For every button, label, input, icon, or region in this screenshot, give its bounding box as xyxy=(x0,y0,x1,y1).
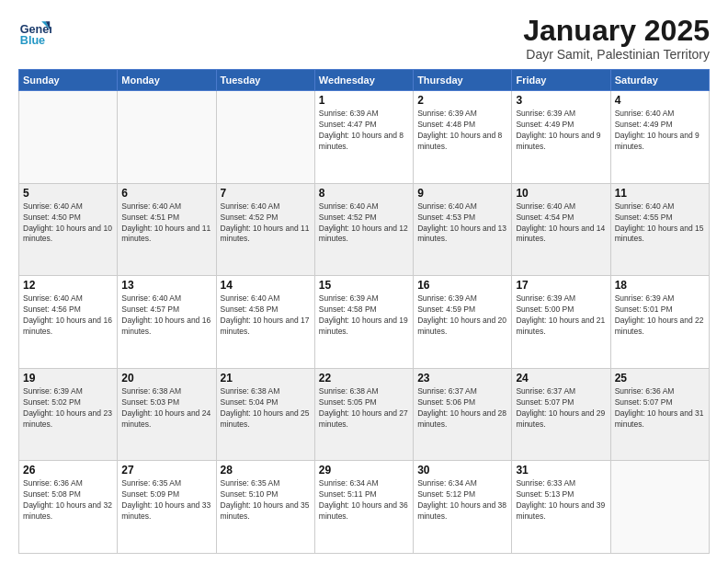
table-row: 18Sunrise: 6:39 AM Sunset: 5:01 PM Dayli… xyxy=(610,276,709,369)
day-number: 8 xyxy=(319,187,409,200)
table-row: 7Sunrise: 6:40 AM Sunset: 4:52 PM Daylig… xyxy=(216,183,314,276)
table-row: 15Sunrise: 6:39 AM Sunset: 4:58 PM Dayli… xyxy=(314,276,413,369)
table-row: 10Sunrise: 6:40 AM Sunset: 4:54 PM Dayli… xyxy=(512,183,610,276)
day-number: 17 xyxy=(516,279,606,292)
day-info: Sunrise: 6:39 AM Sunset: 5:00 PM Dayligh… xyxy=(516,293,606,338)
weekday-header-row: Sunday Monday Tuesday Wednesday Thursday… xyxy=(19,70,710,91)
calendar-week-row: 12Sunrise: 6:40 AM Sunset: 4:56 PM Dayli… xyxy=(19,276,710,369)
day-number: 20 xyxy=(121,372,211,385)
day-info: Sunrise: 6:38 AM Sunset: 5:05 PM Dayligh… xyxy=(319,386,409,431)
calendar-week-row: 1Sunrise: 6:39 AM Sunset: 4:47 PM Daylig… xyxy=(19,91,710,184)
day-info: Sunrise: 6:37 AM Sunset: 5:07 PM Dayligh… xyxy=(516,386,606,431)
table-row: 12Sunrise: 6:40 AM Sunset: 4:56 PM Dayli… xyxy=(19,276,118,369)
day-info: Sunrise: 6:40 AM Sunset: 4:58 PM Dayligh… xyxy=(221,293,311,338)
table-row: 8Sunrise: 6:40 AM Sunset: 4:52 PM Daylig… xyxy=(314,183,413,276)
header-sunday: Sunday xyxy=(19,70,118,91)
table-row: 19Sunrise: 6:39 AM Sunset: 5:02 PM Dayli… xyxy=(19,368,118,461)
day-info: Sunrise: 6:38 AM Sunset: 5:03 PM Dayligh… xyxy=(121,386,211,431)
table-row: 26Sunrise: 6:36 AM Sunset: 5:08 PM Dayli… xyxy=(19,461,118,554)
header: General Blue January 2025 Dayr Samit, Pa… xyxy=(18,15,710,62)
table-row: 22Sunrise: 6:38 AM Sunset: 5:05 PM Dayli… xyxy=(314,368,413,461)
table-row xyxy=(118,91,216,184)
table-row: 4Sunrise: 6:40 AM Sunset: 4:49 PM Daylig… xyxy=(610,91,709,184)
logo-icon: General Blue xyxy=(18,15,51,48)
table-row: 5Sunrise: 6:40 AM Sunset: 4:50 PM Daylig… xyxy=(19,183,118,276)
day-info: Sunrise: 6:36 AM Sunset: 5:07 PM Dayligh… xyxy=(615,386,705,431)
table-row: 3Sunrise: 6:39 AM Sunset: 4:49 PM Daylig… xyxy=(512,91,610,184)
calendar-table: Sunday Monday Tuesday Wednesday Thursday… xyxy=(18,69,710,554)
table-row: 20Sunrise: 6:38 AM Sunset: 5:03 PM Dayli… xyxy=(118,368,216,461)
day-info: Sunrise: 6:39 AM Sunset: 4:48 PM Dayligh… xyxy=(417,109,507,153)
page: General Blue January 2025 Dayr Samit, Pa… xyxy=(0,0,728,563)
day-info: Sunrise: 6:40 AM Sunset: 4:51 PM Dayligh… xyxy=(121,201,211,246)
day-number: 25 xyxy=(615,372,705,385)
day-number: 5 xyxy=(23,187,113,200)
table-row: 31Sunrise: 6:33 AM Sunset: 5:13 PM Dayli… xyxy=(512,461,610,554)
header-thursday: Thursday xyxy=(414,70,512,91)
table-row xyxy=(19,91,118,184)
day-number: 22 xyxy=(319,372,409,385)
day-info: Sunrise: 6:40 AM Sunset: 4:56 PM Dayligh… xyxy=(23,293,113,338)
day-number: 10 xyxy=(516,187,606,200)
table-row: 29Sunrise: 6:34 AM Sunset: 5:11 PM Dayli… xyxy=(314,461,413,554)
table-row: 23Sunrise: 6:37 AM Sunset: 5:06 PM Dayli… xyxy=(414,368,512,461)
table-row xyxy=(216,91,314,184)
table-row: 2Sunrise: 6:39 AM Sunset: 4:48 PM Daylig… xyxy=(414,91,512,184)
table-row: 6Sunrise: 6:40 AM Sunset: 4:51 PM Daylig… xyxy=(118,183,216,276)
day-number: 4 xyxy=(615,94,705,107)
day-info: Sunrise: 6:40 AM Sunset: 4:57 PM Dayligh… xyxy=(121,293,211,338)
day-number: 12 xyxy=(23,279,113,292)
day-number: 16 xyxy=(417,279,507,292)
calendar-week-row: 5Sunrise: 6:40 AM Sunset: 4:50 PM Daylig… xyxy=(19,183,710,276)
table-row: 30Sunrise: 6:34 AM Sunset: 5:12 PM Dayli… xyxy=(414,461,512,554)
day-number: 1 xyxy=(319,94,409,107)
day-info: Sunrise: 6:35 AM Sunset: 5:09 PM Dayligh… xyxy=(121,478,211,523)
day-info: Sunrise: 6:40 AM Sunset: 4:53 PM Dayligh… xyxy=(417,201,507,246)
day-info: Sunrise: 6:34 AM Sunset: 5:12 PM Dayligh… xyxy=(417,478,507,523)
calendar-week-row: 26Sunrise: 6:36 AM Sunset: 5:08 PM Dayli… xyxy=(19,461,710,554)
day-info: Sunrise: 6:34 AM Sunset: 5:11 PM Dayligh… xyxy=(319,478,409,523)
day-info: Sunrise: 6:40 AM Sunset: 4:52 PM Dayligh… xyxy=(221,201,311,246)
day-number: 24 xyxy=(516,372,606,385)
day-number: 2 xyxy=(417,94,507,107)
day-info: Sunrise: 6:39 AM Sunset: 4:47 PM Dayligh… xyxy=(319,109,409,153)
day-info: Sunrise: 6:40 AM Sunset: 4:54 PM Dayligh… xyxy=(516,201,606,246)
day-info: Sunrise: 6:39 AM Sunset: 4:49 PM Dayligh… xyxy=(516,109,606,153)
day-info: Sunrise: 6:39 AM Sunset: 4:58 PM Dayligh… xyxy=(319,293,409,338)
calendar-week-row: 19Sunrise: 6:39 AM Sunset: 5:02 PM Dayli… xyxy=(19,368,710,461)
header-monday: Monday xyxy=(118,70,216,91)
subtitle: Dayr Samit, Palestinian Territory xyxy=(523,47,710,62)
title-block: January 2025 Dayr Samit, Palestinian Ter… xyxy=(523,15,710,62)
day-info: Sunrise: 6:39 AM Sunset: 5:02 PM Dayligh… xyxy=(23,386,113,431)
day-info: Sunrise: 6:40 AM Sunset: 4:50 PM Dayligh… xyxy=(23,201,113,246)
day-number: 11 xyxy=(615,187,705,200)
day-number: 26 xyxy=(23,464,113,477)
table-row: 9Sunrise: 6:40 AM Sunset: 4:53 PM Daylig… xyxy=(414,183,512,276)
day-number: 7 xyxy=(221,187,311,200)
day-number: 31 xyxy=(516,464,606,477)
table-row: 24Sunrise: 6:37 AM Sunset: 5:07 PM Dayli… xyxy=(512,368,610,461)
day-number: 28 xyxy=(221,464,311,477)
day-info: Sunrise: 6:37 AM Sunset: 5:06 PM Dayligh… xyxy=(417,386,507,431)
day-number: 3 xyxy=(516,94,606,107)
day-info: Sunrise: 6:33 AM Sunset: 5:13 PM Dayligh… xyxy=(516,478,606,523)
day-number: 13 xyxy=(121,279,211,292)
header-saturday: Saturday xyxy=(610,70,709,91)
table-row: 28Sunrise: 6:35 AM Sunset: 5:10 PM Dayli… xyxy=(216,461,314,554)
day-number: 14 xyxy=(221,279,311,292)
day-info: Sunrise: 6:40 AM Sunset: 4:52 PM Dayligh… xyxy=(319,201,409,246)
table-row: 13Sunrise: 6:40 AM Sunset: 4:57 PM Dayli… xyxy=(118,276,216,369)
month-title: January 2025 xyxy=(523,15,710,47)
day-info: Sunrise: 6:39 AM Sunset: 4:59 PM Dayligh… xyxy=(417,293,507,338)
table-row: 14Sunrise: 6:40 AM Sunset: 4:58 PM Dayli… xyxy=(216,276,314,369)
day-number: 21 xyxy=(221,372,311,385)
day-info: Sunrise: 6:35 AM Sunset: 5:10 PM Dayligh… xyxy=(221,478,311,523)
table-row: 21Sunrise: 6:38 AM Sunset: 5:04 PM Dayli… xyxy=(216,368,314,461)
svg-text:Blue: Blue xyxy=(20,34,45,47)
day-number: 6 xyxy=(121,187,211,200)
table-row: 16Sunrise: 6:39 AM Sunset: 4:59 PM Dayli… xyxy=(414,276,512,369)
day-number: 30 xyxy=(417,464,507,477)
table-row: 17Sunrise: 6:39 AM Sunset: 5:00 PM Dayli… xyxy=(512,276,610,369)
day-info: Sunrise: 6:39 AM Sunset: 5:01 PM Dayligh… xyxy=(615,293,705,338)
day-info: Sunrise: 6:40 AM Sunset: 4:55 PM Dayligh… xyxy=(615,201,705,246)
